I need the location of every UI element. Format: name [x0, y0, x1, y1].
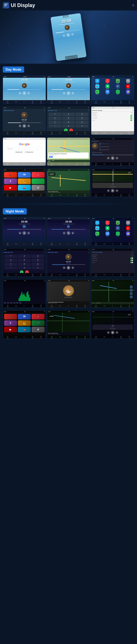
key-5[interactable]: 5JKL: [62, 117, 75, 120]
nnp-next[interactable]: ⏭: [116, 331, 118, 334]
app-photos[interactable]: 📷 Photos: [113, 79, 123, 84]
bt-prev[interactable]: ⏮: [18, 124, 22, 127]
nav-down[interactable]: ↓: [130, 296, 133, 298]
n2-play[interactable]: ⏸: [67, 231, 70, 235]
nav-right[interactable]: →: [130, 289, 133, 292]
ncp-waze[interactable]: 🚗: [18, 327, 31, 332]
nnp-play[interactable]: ▶: [111, 331, 114, 334]
n1-prev[interactable]: ⏮: [18, 232, 22, 234]
app-files[interactable]: 📁 Files: [123, 90, 133, 95]
toggle-auto-answer[interactable]: [130, 115, 133, 117]
call-end[interactable]: 📵: [69, 128, 73, 131]
google-search-btn[interactable]: Google Search: [15, 151, 24, 153]
app-phone[interactable]: 📞 Phone: [92, 90, 102, 95]
n-app-phone[interactable]: 📞 Phone: [92, 232, 102, 236]
n-key-0[interactable]: 0: [18, 266, 31, 269]
track-4[interactable]: ♪ 华乐_01_FILE.mp3: [92, 151, 133, 154]
go-button[interactable]: GO: [49, 156, 53, 158]
d1-next[interactable]: ⏭: [27, 92, 30, 94]
track-3[interactable]: ♪ 华乐_03_FILE.mp3: [99, 148, 133, 151]
google-search-bar[interactable]: 🔍 Search: [6, 147, 42, 150]
n-app-settings[interactable]: ⚙ Settings: [123, 221, 133, 226]
n-toggle-auto-connect[interactable]: [130, 260, 133, 261]
app-bt[interactable]: BT BT: [113, 84, 123, 89]
n-app-files[interactable]: 📁 Files: [123, 232, 133, 236]
google-lucky-btn[interactable]: I'm Feeling Lucky: [24, 151, 34, 153]
eq-btn-2[interactable]: EQ2: [7, 302, 9, 304]
key-8[interactable]: 8TUV: [62, 121, 75, 124]
nav-icon[interactable]: ≡: [132, 3, 134, 7]
n-app-bt[interactable]: BT BT: [113, 226, 123, 231]
n-key-2[interactable]: 2ABC: [18, 254, 31, 258]
toggle-power[interactable]: [130, 120, 133, 121]
d1-play[interactable]: ⏸: [22, 91, 26, 95]
np-play[interactable]: ▶: [111, 189, 114, 192]
eq-btn-3[interactable]: EQ3: [10, 302, 12, 304]
n-bt-play[interactable]: ▶: [67, 266, 70, 270]
d2-play[interactable]: ⏸: [67, 91, 70, 95]
key-3[interactable]: 3DEF: [76, 112, 88, 116]
n-app-maps[interactable]: 🗺 Maps: [103, 232, 112, 236]
ncp-spotify[interactable]: 🎵: [32, 320, 44, 326]
cp-yt[interactable]: ▶: [4, 185, 17, 190]
track-2[interactable]: ♪ 华乐_02_FILE.mp3: [99, 145, 133, 148]
nav-left[interactable]: ←: [130, 292, 133, 295]
ncp-maps[interactable]: 🗺: [18, 314, 31, 320]
n-key-1[interactable]: 1: [4, 254, 17, 258]
n-app-spotify[interactable]: 🎵 Spotify: [113, 232, 123, 236]
toggle-auto-connect[interactable]: [130, 117, 133, 119]
cp-waze[interactable]: 🚗: [18, 185, 31, 190]
cp-maps[interactable]: 🗺: [18, 172, 31, 178]
cp-music[interactable]: ♪: [32, 172, 44, 178]
key-6[interactable]: 6MNO: [76, 117, 88, 120]
n-key-star[interactable]: *: [4, 266, 17, 269]
n-key-7[interactable]: 7PQRS: [4, 262, 17, 266]
eq-btn-6[interactable]: EQ6: [19, 302, 22, 304]
key-0[interactable]: 0: [62, 125, 75, 128]
lm-play[interactable]: ▶: [111, 156, 114, 160]
n-toggle-power[interactable]: [130, 262, 133, 263]
app-maps[interactable]: 🗺 Maps: [103, 90, 112, 95]
lm-next[interactable]: ⏭: [116, 157, 118, 160]
n-app-photos[interactable]: 📷 Photos: [113, 221, 123, 226]
prev-btn[interactable]: ⏮: [62, 34, 66, 37]
app-settings[interactable]: ⚙ Settings: [123, 79, 133, 84]
cp-settings[interactable]: ⚙: [32, 185, 44, 190]
key-1[interactable]: 1: [48, 112, 62, 116]
eq-btn-5[interactable]: EQ5: [16, 302, 18, 304]
next-btn[interactable]: ⏭: [71, 33, 74, 36]
cp-radio[interactable]: 📻: [18, 178, 31, 184]
key-hash[interactable]: #: [76, 125, 88, 128]
app-youtube[interactable]: ▶ YouTube: [123, 84, 133, 89]
np-next[interactable]: ⏭: [116, 189, 118, 192]
n-key-8[interactable]: 8TUV: [18, 262, 31, 266]
key-star[interactable]: *: [48, 125, 62, 128]
d2-prev[interactable]: ⏮: [63, 92, 66, 94]
n-call-end[interactable]: 📵: [25, 270, 29, 273]
n-app-waze[interactable]: 🚗 Waze: [92, 226, 102, 231]
n-key-hash[interactable]: #: [31, 266, 44, 269]
nnp-prev[interactable]: ⏮: [107, 331, 110, 334]
n2-next[interactable]: ⏭: [72, 232, 74, 234]
track-1[interactable]: ▶ 华乐_01_FILE.mp3: [99, 142, 133, 145]
key-2[interactable]: 2ABC: [62, 112, 75, 116]
n-bt-prev[interactable]: ⏮: [63, 266, 66, 269]
ncp-radio[interactable]: 📻: [18, 320, 31, 326]
n-app-youtube[interactable]: ▶ YouTube: [123, 226, 133, 231]
n-app-telegram[interactable]: ✈ Telegram: [92, 221, 102, 226]
nav-up[interactable]: ↑: [130, 286, 133, 288]
ncp-podcasts[interactable]: 🎙: [4, 320, 17, 326]
ncp-settings[interactable]: ⚙: [32, 327, 44, 332]
app-music[interactable]: ♪ Music: [103, 79, 112, 84]
n-key-5[interactable]: 5JKL: [18, 258, 31, 262]
app-waze[interactable]: 🚗 Waze: [92, 84, 102, 89]
eq-btn-4[interactable]: EQ4: [13, 302, 16, 304]
n2-prev[interactable]: ⏮: [63, 232, 66, 234]
app-spotify[interactable]: 🎵 Spotify: [113, 90, 123, 95]
cp-spotify[interactable]: 🎵: [32, 178, 44, 184]
n1-next[interactable]: ⏭: [27, 232, 30, 234]
d2-next[interactable]: ⏭: [72, 92, 74, 94]
cp-phone[interactable]: 📞: [4, 172, 17, 178]
eq-btn-1[interactable]: EQ1: [4, 302, 6, 304]
n-call-accept[interactable]: 📞: [20, 270, 24, 273]
